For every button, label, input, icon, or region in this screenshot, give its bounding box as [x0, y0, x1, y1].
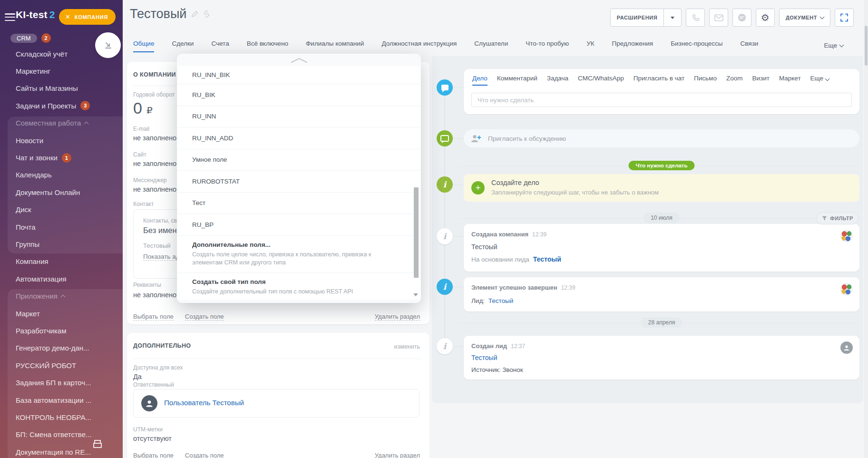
tab-listeners[interactable]: Слушатели: [474, 40, 508, 52]
sidebar-item-crm[interactable]: CRM: [10, 34, 37, 43]
printer-icon[interactable]: [93, 440, 102, 448]
field-type-option[interactable]: RU_BP: [177, 214, 420, 236]
sidebar-item-chat[interactable]: Чат и звонки1: [16, 149, 120, 166]
invite-to-discussion[interactable]: Пригласить к обсуждению: [464, 129, 859, 147]
copy-link-icon[interactable]: [203, 10, 210, 18]
tab-links[interactable]: Связи: [741, 40, 759, 52]
access-value[interactable]: Да: [133, 373, 142, 380]
tab-all-inclusive[interactable]: Всё включено: [247, 40, 288, 52]
responsible-user-link[interactable]: Пользователь Тестовый: [164, 399, 244, 407]
field-type-option[interactable]: Умное поле: [177, 149, 420, 171]
tab-branches[interactable]: Филиалы компаний: [306, 40, 364, 52]
sidebar-item-developers[interactable]: Разработчикам: [16, 322, 120, 339]
email-value[interactable]: не заполнено: [133, 134, 176, 142]
scrollbar-thumb[interactable]: [865, 26, 868, 66]
sidebar-item-bp-tasks[interactable]: Задания БП в карточ...: [16, 374, 120, 391]
tab-quotes[interactable]: Предложения: [612, 40, 653, 52]
lead-link[interactable]: Тестоый: [471, 354, 497, 361]
create-field-link[interactable]: Создать поле: [185, 452, 224, 458]
sidebar-group-apps[interactable]: Приложения: [16, 287, 120, 304]
document-button[interactable]: ДОКУМЕНТ: [779, 9, 830, 27]
hamburger-menu-icon[interactable]: [5, 13, 15, 21]
sidebar-item-automation-base[interactable]: База автоматизации ...: [16, 391, 120, 409]
field-type-option[interactable]: RU_INN: [177, 106, 420, 128]
tab-trying[interactable]: Что-то пробую: [526, 40, 569, 52]
close-icon[interactable]: ✕: [65, 13, 71, 20]
composer-tab-zoom[interactable]: Zoom: [726, 75, 743, 86]
composer-tab-comment[interactable]: Комментарий: [497, 75, 537, 86]
edit-pencil-icon[interactable]: [191, 10, 198, 18]
extensions-button[interactable]: РАСШИРЕНИЯ: [610, 9, 682, 27]
contact-name[interactable]: Без имени: [143, 226, 181, 235]
field-type-option[interactable]: Тест: [177, 193, 420, 214]
sidebar-item-demo-generator[interactable]: Генератор демо-дан...: [16, 340, 120, 357]
composer-tab-market[interactable]: Маркет: [779, 75, 801, 86]
select-field-link[interactable]: Выбрать поле: [133, 452, 174, 458]
page-scrollbar[interactable]: [864, 0, 868, 458]
field-type-option[interactable]: RU_INN_ADD: [177, 127, 420, 149]
tab-more[interactable]: Еще: [824, 42, 843, 49]
composer-tab-invite-chat[interactable]: Пригласить в чат: [634, 75, 684, 86]
site-value[interactable]: не заполнено: [133, 160, 176, 167]
sidebar-item-disk[interactable]: Диск: [16, 201, 120, 218]
additional-fields-option[interactable]: Дополнительные поля... Создать поле цело…: [177, 236, 420, 273]
sidebar-item-automation[interactable]: Автоматизация: [16, 270, 120, 287]
composer-tab-activity[interactable]: Дело: [472, 75, 488, 86]
sidebar-item-bp-change[interactable]: БП: Смена ответстве...: [16, 426, 120, 443]
create-field-link[interactable]: Создать поле: [185, 313, 224, 321]
responsible-user-box[interactable]: Пользователь Тестовый: [133, 389, 419, 418]
sidebar-item-rest-docs[interactable]: Документация по RE...: [16, 443, 120, 458]
tab-uk[interactable]: УК: [586, 40, 594, 52]
select-field-link[interactable]: Выбрать поле: [133, 313, 174, 321]
timeline-entry-element-completed[interactable]: Элемент успешно завершен12:39 Лид: Тесто…: [464, 277, 859, 312]
sidebar-item-tasks[interactable]: Задачи и Проекты3: [16, 97, 120, 114]
sidebar-item-news[interactable]: Новости: [16, 132, 120, 149]
edit-link[interactable]: изменить: [394, 343, 420, 350]
todo-input[interactable]: [471, 93, 852, 107]
create-field-type-option[interactable]: Создать свой тип поля Создайте дополните…: [177, 273, 420, 300]
composer-tab-visit[interactable]: Визит: [752, 75, 769, 86]
chat-button[interactable]: [732, 9, 751, 27]
field-type-option[interactable]: RU_INN_BIK: [177, 66, 420, 84]
sidebar-item-russian-robot[interactable]: РУССКИЙ РОБОТ: [16, 357, 120, 374]
composer-tab-more[interactable]: Еще: [810, 75, 829, 86]
sidebar-group-collab[interactable]: Совместная работа: [16, 115, 120, 132]
scroll-up-icon[interactable]: [290, 57, 309, 63]
sidebar-item-sites[interactable]: Сайты и Магазины: [16, 80, 120, 97]
scroll-down-icon[interactable]: [413, 293, 418, 296]
sidebar-item-mail[interactable]: Почта: [16, 218, 120, 235]
composer-tab-sms[interactable]: СМС/WhatsApp: [578, 75, 624, 86]
timeline-filter-button[interactable]: ФИЛЬТР: [816, 212, 859, 224]
annual-turnover-value[interactable]: 0 ₽: [133, 99, 153, 117]
timeline-entry-company-created[interactable]: Создана компания12:39 Тестоый На основан…: [464, 224, 859, 272]
delete-section-link[interactable]: Удалить раздел: [375, 313, 420, 321]
messenger-value[interactable]: не заполнено: [133, 185, 176, 193]
tab-job-description[interactable]: Должностная инструкция: [381, 40, 457, 52]
timeline-entry-lead-created[interactable]: Создан лид12:37 Тестоый Источник: Звонок: [464, 336, 859, 380]
requisites-value[interactable]: не заполнено: [133, 291, 176, 299]
sidebar-item-marketing[interactable]: Маркетинг: [16, 62, 120, 79]
extensions-dropdown-toggle[interactable]: [663, 9, 681, 26]
tab-deals[interactable]: Сделки: [172, 40, 194, 52]
field-type-option[interactable]: RUROBOTSTAT: [177, 171, 420, 193]
sidebar-item-docs-online[interactable]: Документы Онлайн: [16, 184, 120, 201]
email-button[interactable]: [709, 9, 728, 27]
sidebar-item-control[interactable]: КОНТРОЛЬ НЕОБРА...: [16, 409, 120, 426]
add-activity-icon[interactable]: +: [471, 181, 485, 195]
tab-business-processes[interactable]: Бизнес-процессы: [671, 40, 722, 52]
composer-tab-letter[interactable]: Письмо: [694, 75, 717, 86]
lead-link[interactable]: Тестоый: [533, 255, 561, 263]
fullscreen-button[interactable]: [835, 9, 854, 27]
call-button[interactable]: [686, 9, 705, 27]
tab-invoices[interactable]: Счета: [211, 40, 229, 52]
create-activity-banner[interactable]: + Создайте дело Запланируйте следующий ш…: [464, 174, 859, 202]
sidebar-item-calendar[interactable]: Календарь: [16, 166, 120, 184]
popup-scrollbar[interactable]: [414, 187, 419, 278]
field-type-option[interactable]: RU_BIK: [177, 84, 420, 106]
composer-tab-task[interactable]: Задача: [547, 75, 568, 86]
sidebar-item-groups[interactable]: Группы: [16, 235, 120, 253]
delete-section-link[interactable]: Удалить раздел: [375, 452, 420, 458]
tab-general[interactable]: Общие: [133, 40, 154, 52]
sidebar-item-market[interactable]: Маркет: [16, 305, 120, 322]
company-filter-pill[interactable]: ✕ КОМПАНИЯ: [59, 9, 116, 25]
